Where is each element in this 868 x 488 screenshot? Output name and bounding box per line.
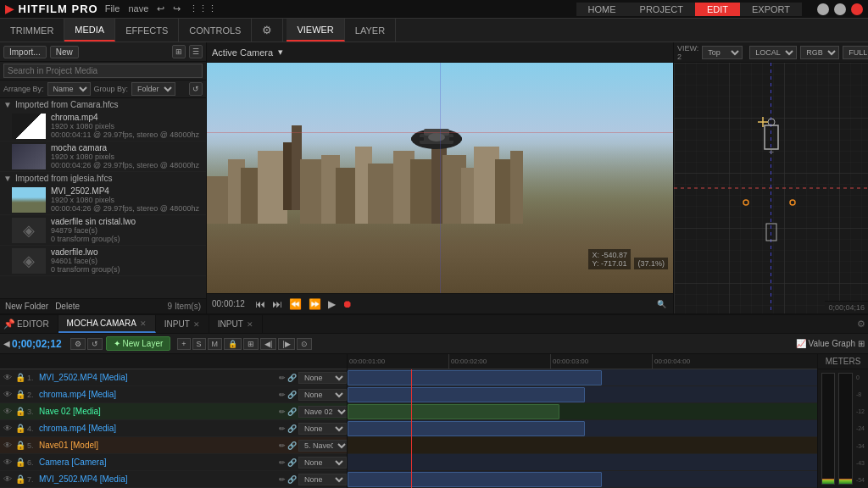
search-input[interactable] [3,64,203,78]
blend-mode-select[interactable]: None [298,474,347,485]
blend-mode-select[interactable]: 5. Nave01 [298,440,348,452]
list-item[interactable]: ◈ vaderfile.lwo 94601 face(s) 0 transfor… [0,246,206,276]
layer-lock-icon[interactable]: 🔒 [15,441,27,450]
layer-row-1[interactable]: 👁 🔒 1. MVI_2502.MP4 [Media] ✏ 🔗 None [0,369,347,386]
tab-layer[interactable]: LAYER [345,19,396,42]
tab-close-icon3[interactable]: ✕ [247,320,253,329]
tab-close-icon[interactable]: ✕ [140,319,147,328]
local-select[interactable]: LOCAL [749,46,797,59]
minimize-button[interactable] [817,3,829,15]
layer-lock-icon[interactable]: 🔒 [15,390,27,399]
menu-redo[interactable]: ↪ [173,3,181,14]
layer-row-2[interactable]: 👁 🔒 2. chroma.mp4 [Media] ✏ 🔗 None [0,386,347,403]
layer-eye-icon[interactable]: 👁 [3,458,15,467]
menu-nave[interactable]: nave [128,3,148,14]
close-button[interactable] [851,3,863,15]
panel-settings-icon[interactable]: ⚙ [252,19,283,42]
viewer-zoom[interactable]: (37.1%) [634,258,668,269]
panel-options-icon[interactable]: ⚙ [854,315,868,333]
layer-eye-icon[interactable]: 👁 [3,424,15,433]
list-item[interactable]: ◈ vaderfile sin cristal.lwo 94879 face(s… [0,215,206,246]
list-item[interactable]: MVI_2502.MP4 1920 x 1080 pixels 00:00:04… [0,185,206,215]
full-select[interactable]: FULL [843,46,868,59]
layer-lock-icon[interactable]: 🔒 [15,373,27,382]
track-clip-4[interactable] [348,421,585,436]
blend-mode-select[interactable]: Nave 02 [298,406,348,418]
list-item[interactable]: chroma.mp4 1920 x 1080 pixels 00:00:04:1… [0,111,206,141]
record-button[interactable]: ⏺ [341,298,354,310]
list-view-icon[interactable]: ☰ [189,45,203,58]
track-clip-7[interactable] [348,472,602,487]
nav-project[interactable]: PROJECT [628,3,695,16]
play-button[interactable]: ▶ [326,298,337,310]
view-type-select[interactable]: Top Front Side [702,46,743,59]
tab-close-icon2[interactable]: ✕ [193,320,200,329]
tl-solo-btn[interactable]: S [192,338,206,350]
tl-snap-btn[interactable]: ⊞ [243,338,259,350]
tab-mocha-camara[interactable]: MOCHA CAMARA ✕ [58,315,156,333]
tab-input-2[interactable]: INPUT ✕ [209,315,263,333]
step-back-button[interactable]: ⏪ [287,298,303,310]
menu-grid[interactable]: ⋮⋮⋮ [189,3,217,14]
viewer-dropdown[interactable]: ▾ [278,47,283,58]
tab-media[interactable]: MEDIA [64,19,115,42]
layer-eye-icon[interactable]: 👁 [3,390,15,399]
play-start-button[interactable]: ⏮ [253,298,267,310]
blend-mode-select[interactable]: None [298,372,347,384]
arrange-select[interactable]: Name [47,82,91,96]
layer-row[interactable] [0,354,347,369]
playhead-toggle[interactable]: ◀ [3,339,10,348]
rgb-select[interactable]: RGB [800,46,839,59]
menu-undo[interactable]: ↩ [157,3,164,14]
layer-eye-icon[interactable]: 👁 [3,373,15,382]
layer-lock-icon[interactable]: 🔒 [15,474,27,484]
tab-effects[interactable]: EFFECTS [115,19,179,42]
maximize-button[interactable] [834,3,846,15]
value-graph-expand[interactable]: ⊞ [858,339,865,348]
tl-add-btn[interactable]: + [177,338,190,350]
tab-trimmer[interactable]: TRIMMER [0,19,64,42]
tab-viewer[interactable]: VIEWER [287,19,344,42]
nav-export[interactable]: EXPORT [740,3,802,16]
blend-mode-select[interactable]: None [298,457,347,469]
tl-onion-btn[interactable]: ⊙ [297,338,312,350]
group-select[interactable]: Folder [131,82,175,96]
layer-eye-icon[interactable]: 👁 [3,407,15,416]
layer-lock-icon[interactable]: 🔒 [15,407,27,416]
layer-row-7[interactable]: 👁 🔒 7. MVI_2502.MP4 [Media] ✏ 🔗 None [0,471,347,488]
play-end-button[interactable]: ⏭ [270,298,284,310]
tl-settings-btn[interactable]: ⚙ [70,338,86,350]
new-layer-button[interactable]: ✦ New Layer [106,336,171,351]
tab-controls[interactable]: CONTROLS [179,19,252,42]
import-button[interactable]: Import... [3,46,47,58]
list-item[interactable]: mocha camara 1920 x 1080 pixels 00:00:04… [0,141,206,172]
layer-lock-icon[interactable]: 🔒 [15,458,27,467]
folder-iglesia[interactable]: ▼ Imported from iglesia.hfcs [0,172,206,185]
value-graph-toggle[interactable]: 📈 Value Graph ⊞ [796,339,865,348]
folder-camara[interactable]: ▼ Imported from Camara.hfcs [0,98,206,111]
tl-lock-all-btn[interactable]: 🔒 [224,338,242,350]
blend-mode-select[interactable]: None [298,423,347,435]
layer-row-3[interactable]: 👁 🔒 3. Nave 02 [Media] ✏ 🔗 Nave 02 [0,403,347,420]
tl-prev-key-btn[interactable]: ◀| [260,338,276,350]
layer-row-5[interactable]: 👁 🔒 5. Nave01 [Model] ✏ 🔗 5. Nave01 [0,437,347,454]
viewer-zoom-in[interactable]: 🔍 [655,300,668,308]
menu-file[interactable]: File [105,3,120,14]
layer-eye-icon[interactable]: 👁 [3,441,15,450]
layer-lock-icon[interactable]: 🔒 [15,424,27,433]
layer-eye-icon[interactable]: 👁 [3,474,15,484]
new-button[interactable]: New [50,46,79,58]
tl-refresh-btn[interactable]: ↺ [87,338,103,350]
tab-input-1[interactable]: INPUT ✕ [156,315,209,333]
nav-home[interactable]: HOME [576,3,628,16]
tab-editor[interactable]: EDITOR [8,315,58,333]
delete-button[interactable]: Delete [55,302,80,311]
nav-edit[interactable]: EDIT [695,3,740,16]
refresh-icon[interactable]: ↺ [189,82,203,96]
tl-next-key-btn[interactable]: |▶ [278,338,294,350]
track-clip-1[interactable] [348,370,602,385]
layer-row-4[interactable]: 👁 🔒 4. chroma.mp4 [Media] ✏ 🔗 None [0,420,347,437]
blend-mode-select[interactable]: None [298,389,347,401]
new-folder-button[interactable]: New Folder [5,302,48,311]
tl-mute-btn[interactable]: M [208,338,223,350]
